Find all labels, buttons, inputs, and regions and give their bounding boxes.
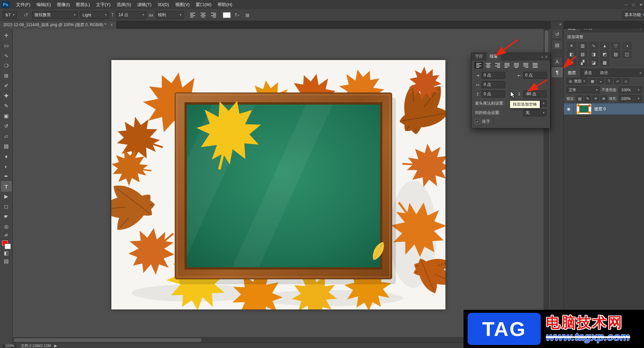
filter-type-layers-icon[interactable]: T: [606, 78, 612, 84]
visibility-eye-icon[interactable]: ◉: [567, 107, 570, 111]
lock-all-icon[interactable]: ⋒: [601, 96, 607, 102]
adjustment-icon[interactable]: ▥: [578, 42, 587, 49]
align-left-button[interactable]: [189, 11, 197, 19]
warp-text-button[interactable]: T~: [233, 11, 241, 19]
brush-tool[interactable]: ✎: [1, 101, 11, 111]
menu-filter[interactable]: 滤镜(T): [134, 0, 155, 9]
mojikumi-select[interactable]: 无 ▾: [523, 109, 547, 116]
adjustment-icon[interactable]: ◨: [589, 50, 598, 58]
shape-tool[interactable]: ◻: [1, 201, 11, 212]
adjustment-icon[interactable]: ◑: [623, 42, 631, 49]
filter-smart-objects-icon[interactable]: ◇: [623, 78, 629, 84]
justify-last-right-button[interactable]: [521, 62, 530, 69]
screen-mode-button[interactable]: ▤: [1, 257, 11, 265]
space-after-value[interactable]: -80 点: [523, 91, 547, 98]
indent-right-field[interactable]: ⇤ 0 点: [517, 72, 547, 79]
lasso-tool[interactable]: ∿: [1, 51, 11, 61]
adjustment-icon[interactable]: ◧: [567, 50, 576, 58]
dodge-tool[interactable]: ◐: [1, 161, 11, 171]
document-tab[interactable]: 2022-12-08_111449_副本.png @ 100% (图层 0, R…: [0, 21, 117, 29]
minimize-button[interactable]: ─: [625, 2, 628, 7]
tab-character[interactable]: 字符: [472, 53, 486, 60]
fill-field[interactable]: 100% ▾: [619, 95, 642, 102]
background-color-swatch[interactable]: [5, 244, 11, 249]
anti-alias-select[interactable]: 锐利 ▾: [156, 11, 184, 19]
adjustment-icon[interactable]: ▧: [578, 50, 587, 58]
adjustment-icon[interactable]: ∿: [589, 42, 598, 49]
lock-transparency-icon[interactable]: ▨: [577, 96, 583, 102]
maximize-button[interactable]: □: [632, 2, 635, 7]
font-size-select[interactable]: 14 点 ▾: [116, 11, 146, 19]
filter-shape-layers-icon[interactable]: ▱: [614, 78, 621, 84]
history-panel-icon[interactable]: ↺: [552, 29, 562, 39]
adjustment-icon[interactable]: ◫: [623, 50, 631, 58]
menu-window[interactable]: 窗口(W): [193, 0, 214, 9]
menu-layer[interactable]: 图层(L): [73, 0, 93, 9]
tab-paths[interactable]: 路径: [596, 69, 612, 77]
blend-mode-select[interactable]: 正常 ▾: [567, 86, 600, 93]
clone-stamp-tool[interactable]: ▣: [1, 111, 11, 121]
indent-left-field[interactable]: ⇥ 0 点: [475, 72, 505, 79]
blur-tool[interactable]: ♦: [1, 151, 11, 161]
status-options-icon[interactable]: ▶: [54, 344, 57, 348]
menu-view[interactable]: 视图(V): [172, 0, 193, 9]
history-brush-tool[interactable]: ↺: [1, 121, 11, 131]
more-panels-icon[interactable]: »: [540, 55, 544, 59]
indent-left-value[interactable]: 0 点: [482, 72, 505, 79]
gradient-tool[interactable]: ▧: [1, 141, 11, 151]
filter-adjustment-layers-icon[interactable]: ◒: [597, 78, 604, 84]
align-center-button[interactable]: [199, 11, 207, 19]
swap-colors-icon[interactable]: ⇄: [1, 232, 11, 238]
tab-paragraph[interactable]: 段落: [486, 53, 501, 60]
close-tab-icon[interactable]: ✕: [110, 23, 113, 27]
adjustment-icon[interactable]: ◪: [589, 59, 598, 66]
opacity-field[interactable]: 100% ▾: [619, 86, 642, 93]
align-left-button[interactable]: [474, 62, 483, 69]
text-orientation-button[interactable]: ↕T: [22, 11, 30, 19]
adjustment-icon[interactable]: ▲: [600, 42, 609, 49]
tool-preset-picker[interactable]: ⇅T ▾: [3, 11, 17, 19]
lock-position-icon[interactable]: ✛: [593, 96, 599, 102]
path-selection-tool[interactable]: ▶: [1, 191, 11, 201]
menu-select[interactable]: 选择(S): [113, 0, 134, 9]
adjustment-icon[interactable]: ▽: [611, 42, 620, 49]
quick-selection-tool[interactable]: ❍: [1, 61, 11, 71]
lock-pixels-icon[interactable]: ✎: [585, 96, 591, 102]
menu-image[interactable]: 图像(I): [54, 0, 73, 9]
justify-last-center-button[interactable]: [512, 62, 521, 69]
panel-menu-icon[interactable]: ≡: [637, 71, 644, 75]
panel-menu-icon[interactable]: ≡: [545, 55, 550, 59]
document-canvas[interactable]: [111, 60, 445, 309]
space-before-field[interactable]: ↥ 0 点: [475, 91, 505, 98]
menu-3d[interactable]: 3D(D): [154, 0, 172, 9]
justify-all-button[interactable]: [531, 62, 539, 69]
adjustment-icon[interactable]: ☀: [567, 42, 576, 49]
adjustment-icon[interactable]: ▩: [600, 59, 609, 66]
first-line-indent-value[interactable]: 0 点: [482, 81, 505, 88]
type-tool[interactable]: T: [1, 181, 11, 191]
close-window-button[interactable]: ✕: [639, 2, 643, 7]
paragraph-panel-icon[interactable]: ¶: [552, 67, 562, 77]
menu-help[interactable]: 帮助(H): [214, 0, 235, 9]
collapse-dock-icon[interactable]: «: [559, 22, 564, 26]
toggle-panels-button[interactable]: ▤: [244, 11, 252, 19]
horizontal-scroll-thumb[interactable]: [14, 338, 202, 342]
workspace-switcher[interactable]: 基本功能 ▾: [622, 11, 644, 19]
adjustment-icon[interactable]: ▨: [611, 50, 620, 58]
adjustment-icon[interactable]: ≋: [567, 59, 576, 66]
properties-panel-icon[interactable]: ▤: [552, 40, 562, 50]
layer-thumbnail[interactable]: [576, 103, 592, 115]
layer-row[interactable]: ◉ 图层 0: [564, 103, 644, 115]
adjustment-icon[interactable]: ◩: [600, 50, 609, 58]
hand-tool[interactable]: ☛: [1, 212, 11, 222]
menu-file[interactable]: 文件(F): [13, 0, 34, 9]
tab-layers[interactable]: 图层: [564, 69, 580, 77]
indent-right-value[interactable]: 0 点: [523, 72, 547, 79]
quick-mask-button[interactable]: ◧: [1, 249, 11, 257]
menu-edit[interactable]: 编辑(E): [34, 0, 54, 9]
tab-channels[interactable]: 通道: [580, 69, 596, 77]
healing-brush-tool[interactable]: ✚: [1, 91, 11, 101]
align-right-button[interactable]: [210, 11, 218, 19]
filter-type-select[interactable]: ◎ 类型 ▾: [567, 78, 587, 84]
font-style-select[interactable]: Light ▾: [80, 11, 109, 19]
